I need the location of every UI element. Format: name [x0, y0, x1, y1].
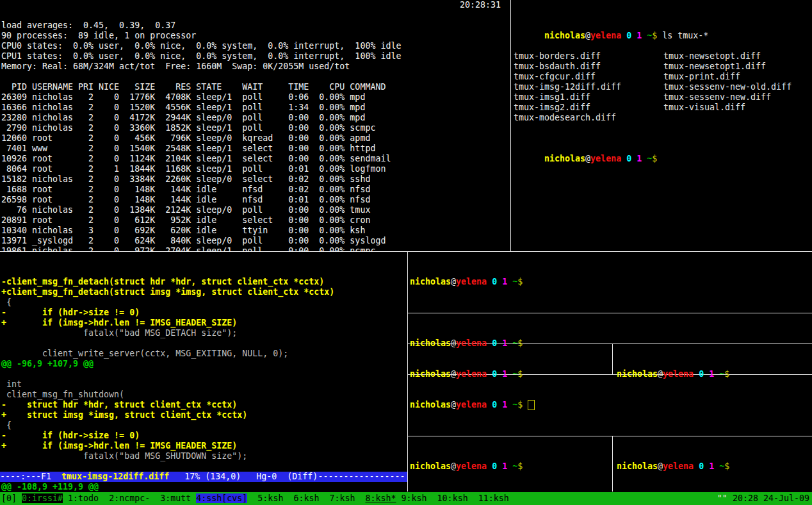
file-name: tmux-visual.diff	[663, 103, 745, 112]
status-window-item[interactable]: 6:ksh	[293, 493, 319, 503]
prompt-part	[487, 277, 492, 286]
diff-content: -client_msg_fn_detach(struct hdr *hdr, s…	[0, 272, 407, 492]
diff-line-blank	[1, 338, 407, 349]
prompt-part: 0	[626, 31, 631, 40]
process-row: 10340 nicholas 3 0 692K 620K idle ttyin …	[1, 226, 510, 236]
status-window-item[interactable]: 11:ksh	[478, 493, 509, 503]
file-name: tmux-bsdauth.diff	[514, 62, 663, 72]
diff-line-context: fatalx("bad MSG_DETACH size");	[1, 328, 407, 338]
prompt-part	[487, 400, 492, 410]
prompt-part: ~	[512, 400, 517, 410]
prompt-part: @	[451, 277, 456, 286]
diff-line-blank	[1, 369, 407, 379]
prompt-part	[704, 461, 709, 471]
prompt-part: nicholas	[410, 400, 451, 410]
prompt-part	[631, 31, 637, 40]
shell-pane-ls[interactable]: nicholas@yelena 0 1 ~$ ls tmux-* tmux-bo…	[511, 0, 812, 251]
diff-line-removed: - if (hdr->size != 0)	[1, 431, 407, 441]
top-clock: 20:28:31	[460, 0, 501, 10]
prompt-part: ~	[512, 277, 517, 286]
shell-pane-3[interactable]: nicholas@yelena 0 1 ~$	[408, 344, 614, 379]
prompt-part: $	[517, 400, 523, 410]
prompt-part: $	[517, 461, 523, 471]
shell-pane-6[interactable]: nicholas@yelena 0 1 ~$	[408, 436, 614, 496]
status-clock: 20:28	[733, 493, 758, 503]
prompt-part	[714, 461, 719, 471]
status-window-item[interactable]: 10:ksh	[437, 493, 468, 503]
file-list: tmux-borders.difftmux-newsetopt.difftmux…	[514, 51, 812, 123]
process-row: 23280 nicholas 2 0 4172K 2944K sleep/0 p…	[1, 113, 510, 123]
shell-prompt: nicholas@yelena 0 1 ~$	[410, 277, 812, 287]
shell-prompt: nicholas@yelena 0 1 ~$	[617, 461, 812, 472]
terminal-cursor[interactable]	[528, 400, 535, 410]
diff-line-added: +client_msg_fn_detach(struct imsg *imsg,…	[1, 287, 407, 297]
file-row: tmux-cfgcur.difftmux-print.diff	[514, 72, 812, 82]
top-blank-line	[1, 72, 510, 82]
prompt-part: 1	[502, 277, 507, 286]
top-summary-line: CPU0 states: 0.0% user, 0.0% nice, 0.0% …	[1, 41, 510, 51]
prompt-part: yelena	[456, 277, 487, 286]
status-window-list: [0] 0:irssi# 1:todo 2:ncmpc- 3:mutt 4:ss…	[1, 492, 509, 505]
status-sep	[396, 493, 402, 503]
process-row: 76 nicholas 2 0 1384K 2124K sleep/0 poll…	[1, 205, 510, 215]
diff-line-context: client_msg_fn_shutdown(	[1, 390, 407, 400]
prompt-part: 1	[709, 461, 714, 471]
status-window-item[interactable]: 1:todo	[68, 493, 99, 503]
status-window-item[interactable]: 5:ksh	[257, 493, 283, 503]
process-row: 26598 root 2 0 148K 144K idle nfsd 0:01 …	[1, 195, 510, 205]
prompt-part: $	[517, 277, 523, 286]
shell-pane-4[interactable]: nicholas@yelena 0 1 ~$	[613, 344, 812, 379]
pane-border-vertical-top	[510, 0, 511, 251]
modeline-prefix: ----:---F1	[0, 472, 61, 481]
process-row: 2790 nicholas 2 0 3360K 1852K sleep/1 po…	[1, 123, 510, 133]
status-window-item[interactable]: 2:ncmpc-	[109, 493, 150, 503]
prompt-part	[694, 461, 699, 471]
modeline-info: 17% (134,0) Hg-0 (Diff)	[169, 472, 318, 481]
shell-prompt: nicholas@yelena 0 1 ~$	[410, 400, 523, 410]
top-summary-line: CPU1 states: 0.0% user, 0.0% nice, 0.0% …	[1, 51, 510, 62]
emacs-modeline: ----:---F1 tmux-imsg-12diff.diff 17% (13…	[0, 472, 407, 482]
prompt-part: 0	[699, 461, 704, 471]
diff-line-hunk: @@ -96,9 +107,9 @@	[1, 359, 407, 369]
status-window-item[interactable]: 8:ksh*	[366, 493, 396, 503]
command-text: ls tmux-*	[657, 31, 708, 40]
top-process-monitor-pane[interactable]: load averages: 0.45, 0.39, 0.3790 proces…	[0, 0, 510, 251]
file-name: tmux-sessenv-new.diff	[663, 92, 771, 102]
process-row: 19861 nicholas 2 0 972K 2704K sleep/1 po…	[1, 246, 510, 251]
shell-prompt: nicholas@yelena 0 1 ~$	[410, 461, 614, 472]
file-name: tmux-newsetopt.diff	[663, 51, 761, 61]
prompt-part: yelena	[456, 400, 487, 410]
prompt-part: 0	[492, 400, 497, 410]
modeline-filename: tmux-imsg-12diff.diff	[61, 472, 169, 481]
status-window-item[interactable]: 3:mutt	[160, 493, 191, 503]
prompt-part	[497, 461, 502, 471]
status-date: 24-Jul-09	[763, 493, 809, 503]
prompt-part: yelena	[456, 461, 487, 471]
diff-line-removed: -client_msg_fn_detach(struct hdr *hdr, s…	[1, 277, 407, 287]
file-name: tmux-newsetopt1.diff	[663, 62, 766, 71]
status-window-item[interactable]: 0:irssi#	[22, 493, 63, 503]
prompt-part	[631, 154, 637, 163]
shell-pane-5-active[interactable]: nicholas@yelena 0 1 ~$	[408, 375, 812, 440]
status-window-item[interactable]: 7:ksh	[329, 493, 355, 503]
diff-line-added: + if (imsg->hdr.len != IMSG_HEADER_SIZE)	[1, 318, 407, 328]
status-window-item[interactable]: 4:ssh[cvs]	[196, 493, 247, 503]
shell-prompt-line: nicholas@yelena 0 1 ~$	[410, 400, 812, 410]
status-sep	[247, 493, 257, 503]
file-name: tmux-cfgcur.diff	[514, 72, 663, 82]
status-right: "" 20:28 24-Jul-09	[717, 492, 809, 505]
prompt-part: nicholas	[617, 461, 658, 471]
modeline-trail: -----------------	[318, 472, 405, 481]
process-row: 15182 nicholas 2 0 3384K 2260K sleep/0 s…	[1, 174, 510, 185]
prompt-part: ~	[512, 461, 517, 471]
shell-pane-1[interactable]: nicholas@yelena 0 1 ~$	[408, 252, 812, 317]
prompt-part: @	[585, 154, 590, 163]
status-window-item[interactable]: 9:ksh	[402, 493, 427, 503]
status-sep	[468, 493, 478, 503]
shell-pane-7[interactable]: nicholas@yelena 0 1 ~$	[613, 436, 812, 496]
shell-pane-2[interactable]: nicholas@yelena 0 1 ~$	[408, 313, 812, 348]
status-sep	[355, 493, 365, 503]
prompt-part	[497, 400, 502, 410]
prompt-part: @	[451, 461, 456, 471]
emacs-diff-pane[interactable]: -client_msg_fn_detach(struct hdr *hdr, s…	[0, 252, 407, 492]
